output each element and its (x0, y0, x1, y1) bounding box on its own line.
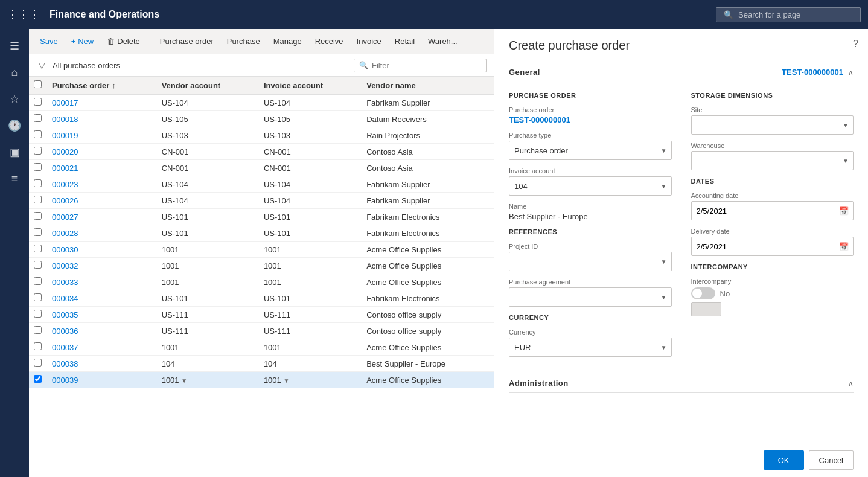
row-checkbox[interactable] (34, 310, 42, 318)
sidebar-recent-btn[interactable]: 🕐 (2, 114, 27, 138)
purchase-order-link[interactable]: 000018 (52, 115, 78, 124)
purchase-order-link[interactable]: 000035 (52, 310, 78, 319)
currency-title: CURRENCY (509, 314, 672, 321)
table-row[interactable]: 000021 CN-001 CN-001 Contoso Asia (29, 160, 494, 176)
purchase-order-link[interactable]: 000036 (52, 327, 78, 336)
row-checkbox[interactable] (34, 375, 42, 383)
sidebar-home-icon[interactable]: ☰ (2, 34, 27, 58)
row-checkbox[interactable] (34, 130, 42, 138)
table-row[interactable]: 000035 US-111 US-111 Contoso office supp… (29, 307, 494, 323)
th-vendor-name[interactable]: Vendor name (362, 77, 494, 94)
table-row[interactable]: 000023 US-104 US-104 Fabrikam Supplier (29, 176, 494, 193)
sidebar-home-btn[interactable]: ⌂ (2, 60, 27, 85)
table-row[interactable]: 000033 1001 1001 Acme Office Supplies (29, 274, 494, 290)
table-row[interactable]: 000018 US-105 US-105 Datum Receivers (29, 111, 494, 127)
project-id-select[interactable] (509, 252, 672, 271)
filter-input[interactable] (372, 61, 480, 70)
purchase-order-link[interactable]: 000027 (52, 213, 78, 222)
table-row[interactable]: 000019 US-103 US-103 Rain Projectors (29, 127, 494, 144)
purchase-order-link[interactable]: 000034 (52, 294, 78, 303)
row-checkbox[interactable] (34, 147, 42, 155)
receive-button[interactable]: Receive (309, 32, 349, 51)
purchase-button[interactable]: Purchase (221, 32, 266, 51)
row-checkbox[interactable] (34, 293, 42, 301)
purchase-order-link[interactable]: 000026 (52, 196, 78, 205)
row-invoice-account: US-101 (259, 209, 362, 225)
site-select[interactable] (691, 115, 854, 135)
new-button[interactable]: + New (65, 32, 100, 51)
row-checkbox[interactable] (34, 98, 42, 106)
invoice-account-select[interactable]: 104 (509, 176, 672, 196)
purchase-type-select[interactable]: Purchase order Journal Returned order Su… (509, 141, 672, 160)
table-row[interactable]: 000017 US-104 US-104 Fabrikam Supplier (29, 94, 494, 111)
warehouse-select[interactable] (691, 151, 854, 170)
search-input[interactable] (738, 10, 847, 19)
grid-icon[interactable]: ⋮⋮⋮ (7, 8, 40, 21)
table-row[interactable]: 000027 US-101 US-101 Fabrikam Electronic… (29, 209, 494, 225)
filter-icon[interactable]: ▽ (36, 58, 48, 72)
row-checkbox[interactable] (34, 245, 42, 252)
th-invoice-account[interactable]: Invoice account (259, 77, 362, 94)
sidebar-star-btn[interactable]: ☆ (2, 87, 27, 111)
save-button[interactable]: Save (34, 32, 64, 51)
references-title: REFERENCES (509, 228, 672, 235)
row-checkbox[interactable] (34, 114, 42, 122)
purchase-order-link[interactable]: 000020 (52, 147, 78, 156)
purchase-order-link[interactable]: 000038 (52, 359, 78, 368)
row-checkbox[interactable] (34, 212, 42, 220)
row-checkbox[interactable] (34, 261, 42, 269)
delete-button[interactable]: 🗑 Delete (101, 32, 146, 51)
purchase-agreement-select[interactable] (509, 287, 672, 307)
currency-select[interactable]: EUR USD GBP JPY (509, 338, 672, 357)
purchase-order-link[interactable]: 000023 (52, 180, 78, 189)
purchase-order-link[interactable]: 000039 (52, 376, 78, 385)
th-vendor-account[interactable]: Vendor account (157, 77, 259, 94)
table-row[interactable]: 000028 US-101 US-101 Fabrikam Electronic… (29, 225, 494, 242)
administration-section-header[interactable]: Administration ∧ (509, 371, 854, 393)
table-row[interactable]: 000034 US-101 US-101 Fabrikam Electronic… (29, 290, 494, 307)
cancel-button[interactable]: Cancel (809, 450, 854, 470)
manage-button[interactable]: Manage (267, 32, 308, 51)
row-checkbox[interactable] (34, 196, 42, 203)
table-row[interactable]: 000032 1001 1001 Acme Office Supplies (29, 258, 494, 274)
sidebar-workspace-btn[interactable]: ▣ (2, 140, 27, 164)
search-bar[interactable]: 🔍 (716, 7, 861, 22)
table-row[interactable]: 000036 US-111 US-111 Contoso office supp… (29, 323, 494, 339)
row-purchase-order: 000034 (47, 290, 157, 307)
row-checkbox[interactable] (34, 163, 42, 171)
help-icon[interactable]: ? (853, 39, 858, 50)
purchase-order-link[interactable]: 000030 (52, 245, 78, 254)
invoice-button[interactable]: Invoice (351, 32, 388, 51)
purchase-order-link[interactable]: 000033 (52, 278, 78, 287)
purchase-order-link[interactable]: 000021 (52, 164, 78, 173)
table-row[interactable]: 000020 CN-001 CN-001 Contoso Asia (29, 144, 494, 160)
ok-button[interactable]: OK (764, 450, 804, 470)
sidebar-list-btn[interactable]: ≡ (2, 167, 27, 191)
purchase-order-link[interactable]: 000032 (52, 261, 78, 271)
row-checkbox[interactable] (34, 179, 42, 187)
warehouse-button[interactable]: Wareh... (422, 32, 464, 51)
table-row[interactable]: 000030 1001 1001 Acme Office Supplies (29, 242, 494, 258)
th-purchase-order[interactable]: Purchase order ↑ (47, 77, 157, 94)
general-section-header[interactable]: General TEST-000000001 ∧ (509, 60, 854, 82)
purchase-order-link[interactable]: 000028 (52, 229, 78, 238)
table-row[interactable]: 000026 US-104 US-104 Fabrikam Supplier (29, 193, 494, 209)
purchase-order-link[interactable]: 000019 (52, 131, 78, 140)
row-checkbox[interactable] (34, 326, 42, 334)
intercompany-gray-button[interactable] (691, 302, 721, 316)
row-checkbox[interactable] (34, 228, 42, 236)
row-checkbox[interactable] (34, 359, 42, 367)
select-all-checkbox[interactable] (34, 80, 42, 88)
accounting-date-input[interactable] (691, 201, 854, 220)
delivery-date-input[interactable] (691, 237, 854, 256)
row-checkbox[interactable] (34, 342, 42, 350)
retail-button[interactable]: Retail (389, 32, 421, 51)
table-row[interactable]: 000037 1001 1001 Acme Office Supplies (29, 339, 494, 356)
table-row[interactable]: 000039 1001 ▼ 1001 ▼ Acme Office Supplie… (29, 372, 494, 388)
intercompany-toggle[interactable] (691, 287, 715, 299)
table-row[interactable]: 000038 104 104 Best Supplier - Europe (29, 356, 494, 372)
row-checkbox[interactable] (34, 277, 42, 285)
purchase-order-link[interactable]: 000037 (52, 343, 78, 352)
purchase-order-button[interactable]: Purchase order (154, 32, 220, 51)
purchase-order-link[interactable]: 000017 (52, 98, 78, 107)
